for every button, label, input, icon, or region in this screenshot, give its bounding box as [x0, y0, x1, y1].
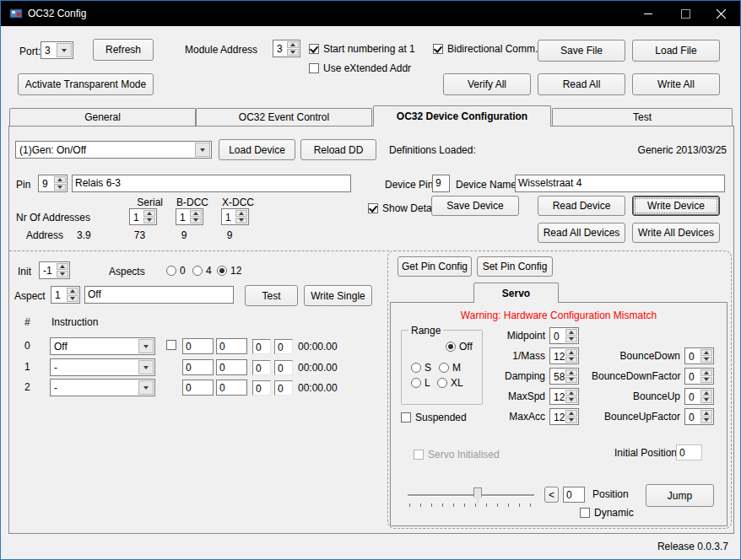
instruction-checkbox-0[interactable]	[166, 339, 176, 350]
spin-down-icon[interactable]	[54, 184, 66, 191]
refresh-button[interactable]: Refresh	[93, 39, 154, 61]
show-details-checkbox[interactable]: Show Details	[368, 202, 441, 214]
use-extended-addr-checkbox[interactable]: Use eXtended Addr	[309, 62, 411, 74]
load-device-button[interactable]: Load Device	[219, 139, 295, 160]
init-spinner[interactable]: -1	[39, 261, 70, 279]
spin-up-icon[interactable]	[143, 210, 155, 217]
serial-count-spinner[interactable]: 1	[129, 208, 157, 225]
mass-spinner[interactable]: 127	[549, 347, 579, 364]
start-numbering-checkbox[interactable]: Start numbering at 1	[309, 43, 415, 55]
spin-up-icon[interactable]	[700, 349, 712, 356]
tab-test[interactable]: Test	[552, 108, 733, 126]
xdcc-count-spinner[interactable]: 1	[221, 208, 249, 225]
spin-up-icon[interactable]	[700, 369, 712, 376]
load-file-button[interactable]: Load File	[632, 40, 720, 62]
pin-spinner[interactable]: 9	[38, 175, 68, 192]
dropdown-arrow-icon[interactable]	[195, 143, 210, 157]
spin-up-icon[interactable]	[565, 329, 577, 336]
bidirectional-checkbox[interactable]: Bidirectional Comm.	[433, 43, 538, 55]
spin-up-icon[interactable]	[700, 390, 712, 396]
initial-position-field[interactable]: 0	[676, 444, 702, 460]
instruction-field-1[interactable]: 0	[182, 359, 214, 375]
spin-down-icon[interactable]	[190, 218, 202, 224]
get-pin-config-button[interactable]: Get Pin Config	[398, 256, 472, 277]
write-device-button[interactable]: Write Device	[632, 196, 720, 216]
spin-down-icon[interactable]	[143, 218, 155, 224]
dropdown-arrow-icon[interactable]	[138, 339, 154, 353]
activate-transparent-mode-button[interactable]: Activate Transparent Mode	[18, 73, 154, 95]
device-type-select[interactable]: (1)Gen: On/Off	[15, 141, 212, 159]
position-field[interactable]: 0	[563, 487, 585, 503]
aspects-radio-12[interactable]: 12	[217, 265, 241, 277]
bouncedown-spinner[interactable]: 0	[684, 347, 714, 364]
position-slider-track[interactable]	[408, 494, 534, 496]
write-single-button[interactable]: Write Single	[304, 285, 372, 306]
instruction-field-2[interactable]: 0	[216, 338, 247, 354]
instruction-select-1[interactable]: -	[50, 358, 155, 376]
spin-up-icon[interactable]	[565, 369, 577, 376]
range-radio-off[interactable]: Off	[446, 341, 473, 353]
maximize-button[interactable]	[667, 1, 705, 26]
spin-up-icon[interactable]	[565, 410, 577, 417]
save-device-button[interactable]: Save Device	[431, 196, 519, 216]
aspect-name-input[interactable]: Off	[84, 286, 234, 304]
midpoint-spinner[interactable]: 0	[549, 327, 579, 344]
range-radio-s[interactable]: S	[411, 362, 431, 374]
step-left-button[interactable]: <	[544, 487, 559, 503]
bounceupfactor-spinner[interactable]: 0	[684, 408, 714, 425]
subtab-servo[interactable]: Servo	[473, 283, 559, 303]
reload-dd-button[interactable]: Reload DD	[300, 139, 376, 160]
bdcc-count-spinner[interactable]: 1	[176, 208, 203, 225]
instruction-select-2[interactable]: -	[50, 379, 155, 396]
aspects-radio-0[interactable]: 0	[166, 265, 186, 277]
spin-down-icon[interactable]	[700, 397, 712, 404]
spin-down-icon[interactable]	[565, 397, 577, 404]
spin-down-icon[interactable]	[565, 337, 577, 343]
spin-up-icon[interactable]	[67, 288, 78, 294]
suspended-checkbox[interactable]: Suspended	[401, 412, 467, 423]
aspects-radio-4[interactable]: 4	[192, 265, 212, 277]
spin-up-icon[interactable]	[54, 176, 66, 183]
spin-down-icon[interactable]	[287, 49, 299, 56]
write-all-button[interactable]: Write All	[632, 73, 720, 95]
tab-general[interactable]: General	[9, 108, 196, 126]
range-radio-xl[interactable]: XL	[437, 377, 463, 389]
instruction-field-2[interactable]: 0	[216, 359, 247, 375]
port-select[interactable]: 3	[41, 41, 73, 59]
spin-up-icon[interactable]	[235, 210, 247, 217]
spin-down-icon[interactable]	[565, 417, 577, 424]
maxacc-spinner[interactable]: 127	[549, 408, 579, 425]
spin-up-icon[interactable]	[700, 410, 712, 417]
spin-up-icon[interactable]	[287, 41, 299, 48]
set-pin-config-button[interactable]: Set Pin Config	[477, 256, 553, 277]
dynamic-checkbox[interactable]: Dynamic	[580, 507, 634, 519]
device-name-input[interactable]: Wisselstraat 4	[515, 175, 725, 192]
jump-button[interactable]: Jump	[646, 484, 714, 507]
spin-down-icon[interactable]	[700, 357, 712, 363]
instruction-select-0[interactable]: Off	[50, 337, 155, 355]
app-icon[interactable]	[9, 7, 23, 24]
spin-down-icon[interactable]	[57, 271, 68, 277]
instruction-field-1[interactable]: 0	[182, 338, 214, 354]
device-pin-input[interactable]: 9	[432, 175, 450, 192]
damping-spinner[interactable]: 58	[549, 368, 579, 385]
spin-up-icon[interactable]	[190, 210, 202, 217]
spin-down-icon[interactable]	[565, 357, 577, 363]
dropdown-arrow-icon[interactable]	[57, 43, 72, 57]
module-address-spinner[interactable]: 3	[273, 40, 300, 57]
range-radio-l[interactable]: L	[411, 377, 430, 389]
dropdown-arrow-icon[interactable]	[138, 360, 154, 374]
instruction-field-2[interactable]: 0	[216, 380, 247, 396]
spin-up-icon[interactable]	[57, 263, 68, 270]
spin-down-icon[interactable]	[235, 218, 247, 224]
pin-name-input[interactable]: Relais 6-3	[72, 175, 351, 192]
verify-all-button[interactable]: Verify All	[443, 73, 531, 95]
dropdown-arrow-icon[interactable]	[138, 380, 154, 395]
spin-up-icon[interactable]	[565, 349, 577, 356]
spin-up-icon[interactable]	[565, 390, 577, 396]
spin-down-icon[interactable]	[565, 377, 577, 384]
minimize-button[interactable]	[629, 1, 667, 26]
bouncedownfactor-spinner[interactable]: 0	[684, 368, 714, 385]
range-radio-m[interactable]: M	[439, 362, 461, 374]
spin-down-icon[interactable]	[700, 377, 712, 384]
